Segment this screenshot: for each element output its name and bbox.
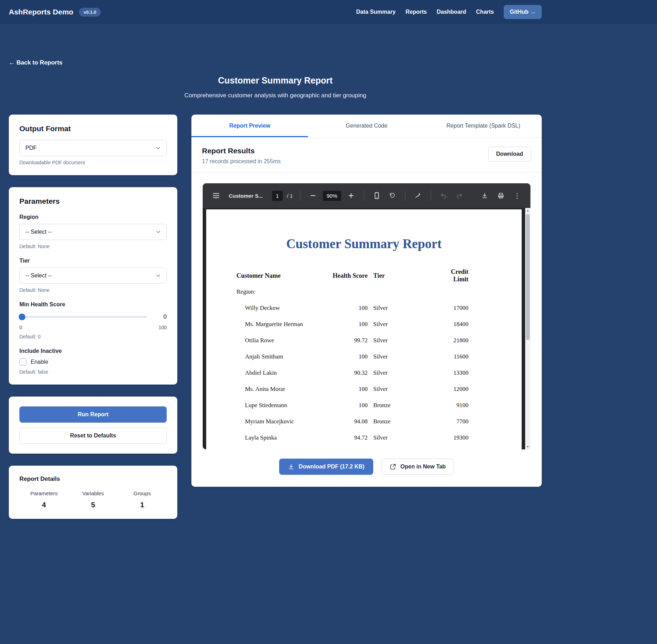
output-format-heading: Output Format: [19, 124, 167, 133]
app-title: AshReports Demo: [9, 8, 73, 16]
slider-min-label: 0: [19, 325, 22, 330]
toolbar-divider: [405, 191, 405, 200]
more-options-icon[interactable]: ⋮: [511, 190, 523, 201]
pdf-table-row: Abdiel Lakin 90.32 Silver 13300: [237, 365, 522, 381]
pdf-viewer: Customer S... 1 / 1 90%: [203, 183, 530, 449]
slider-thumb[interactable]: [19, 314, 25, 320]
annotate-pen-icon[interactable]: [412, 190, 424, 201]
parameters-sidebar: Output Format PDF Downloadable PDF docum…: [9, 115, 177, 519]
fit-to-page-icon[interactable]: [371, 190, 382, 201]
chevron-down-icon: [155, 272, 161, 279]
print-icon[interactable]: [495, 190, 506, 201]
tab-report-preview[interactable]: Report Preview: [191, 115, 308, 137]
parameters-card: Parameters Region -- Select -- Default: …: [9, 187, 177, 385]
scrollbar-thumb[interactable]: [526, 214, 530, 340]
stat-groups: Groups 1: [118, 490, 167, 509]
region-helper: Default: None: [19, 244, 167, 249]
stat-variables: Variables 5: [68, 490, 117, 509]
report-details-card: Report Details Parameters 4 Variables 5 …: [9, 466, 177, 519]
zoom-in-icon[interactable]: [345, 190, 357, 201]
nav-reports[interactable]: Reports: [406, 9, 427, 15]
min-health-score-slider[interactable]: [19, 316, 147, 318]
pdf-table-header: Customer Name Health Score Tier Credit L…: [237, 268, 522, 284]
scroll-up-icon[interactable]: ▲: [527, 209, 529, 212]
tab-report-template[interactable]: Report Template (Spark DSL): [425, 115, 542, 137]
github-button[interactable]: GitHub →: [504, 5, 542, 19]
pdf-table-row: Ms. Anita Morar 100 Silver 12000: [237, 381, 522, 397]
nav-dashboard[interactable]: Dashboard: [437, 9, 466, 15]
region-field: Region -- Select -- Default: None: [19, 214, 167, 249]
tab-generated-code[interactable]: Generated Code: [308, 115, 425, 137]
run-report-button[interactable]: Run Report: [19, 406, 167, 423]
output-format-helper: Downloadable PDF document: [19, 160, 167, 165]
pdf-table-row: Willy Deckow 100 Silver 17000: [237, 300, 522, 316]
stat-parameters: Parameters 4: [19, 490, 68, 509]
pdf-table-row: Otilia Rowe 99.72 Silver 21800: [237, 332, 522, 349]
report-panel: Report Preview Generated Code Report Tem…: [191, 115, 542, 487]
pdf-table-row: Layla Spinka 94.72 Silver 19300: [237, 430, 522, 446]
include-inactive-checkbox-row[interactable]: Enable: [19, 358, 167, 366]
pdf-table-row: Lupe Stiedemann 100 Bronze 9100: [237, 397, 522, 413]
navbar: AshReports Demo v0.1.0 Data Summary Repo…: [0, 0, 657, 24]
pdf-document-title: Customer S...: [229, 193, 263, 199]
actions-card: Run Report Reset to Defaults: [9, 397, 177, 454]
undo-icon[interactable]: [438, 190, 449, 201]
pdf-table-row: Anjali Smitham 100 Silver 11600: [237, 349, 522, 365]
pdf-report-title: Customer Summary Report: [206, 236, 522, 251]
pdf-toolbar: Customer S... 1 / 1 90%: [203, 183, 530, 208]
pdf-table-row: Ms. Marguerite Herman 100 Silver 18400: [237, 316, 522, 332]
pdf-table-row: Myriam Macejkovic 94.08 Bronze 7700: [237, 413, 522, 430]
scroll-down-icon[interactable]: ▼: [527, 445, 529, 448]
page-title: Customer Summary Report: [9, 75, 542, 86]
tier-helper: Default: None: [19, 287, 167, 293]
enable-checkbox[interactable]: [19, 358, 26, 366]
include-inactive-label: Include Inactive: [19, 348, 167, 354]
download-icon: [288, 464, 294, 470]
zoom-level[interactable]: 90%: [323, 191, 341, 201]
min-health-score-field: Min Health Score 0 0 100 Default: 0: [19, 301, 167, 339]
pdf-scrollbar[interactable]: ▲ ▼: [525, 208, 530, 449]
pdf-group-row: Region:: [237, 284, 522, 300]
slider-max-label: 100: [159, 325, 167, 330]
reset-defaults-button[interactable]: Reset to Defaults: [19, 428, 167, 444]
toolbar-divider: [364, 191, 364, 200]
redo-icon[interactable]: [454, 190, 465, 201]
include-inactive-helper: Default: false: [19, 369, 167, 375]
enable-checkbox-label: Enable: [31, 359, 48, 365]
tier-label: Tier: [19, 258, 167, 264]
zoom-out-icon[interactable]: [307, 190, 319, 201]
tier-field: Tier -- Select -- Default: None: [19, 258, 167, 293]
open-in-new-tab-button[interactable]: Open in New Tab: [382, 459, 454, 475]
include-inactive-field: Include Inactive Enable Default: false: [19, 348, 167, 375]
download-icon[interactable]: [479, 190, 490, 201]
parameters-heading: Parameters: [19, 197, 167, 206]
page-number-input[interactable]: 1: [272, 191, 283, 201]
tier-select[interactable]: -- Select --: [19, 268, 167, 284]
region-value: -- Select --: [25, 229, 52, 235]
output-format-select[interactable]: PDF: [19, 140, 167, 156]
tier-value: -- Select --: [25, 272, 52, 279]
report-results-heading: Report Results: [202, 147, 281, 155]
output-format-value: PDF: [25, 145, 37, 151]
chevron-down-icon: [155, 229, 161, 235]
pdf-page: Customer Summary Report Customer Name He…: [206, 209, 522, 449]
rotate-icon[interactable]: [387, 190, 398, 201]
region-label: Region: [19, 214, 167, 220]
report-results-subtitle: 17 records processed in 255ms: [202, 158, 281, 165]
version-badge: v0.1.0: [79, 8, 101, 17]
min-health-score-helper: Default: 0: [19, 334, 167, 339]
report-details-heading: Report Details: [19, 476, 167, 483]
download-pdf-button[interactable]: Download PDF (17.2 KB): [279, 459, 373, 475]
tab-bar: Report Preview Generated Code Report Tem…: [191, 115, 542, 137]
pdf-table: Customer Name Health Score Tier Credit L…: [206, 268, 522, 446]
nav-charts[interactable]: Charts: [476, 9, 494, 15]
min-health-score-label: Min Health Score: [19, 301, 167, 308]
back-to-reports-link[interactable]: ← Back to Reports: [9, 59, 62, 66]
download-button[interactable]: Download: [488, 147, 531, 161]
chevron-down-icon: [155, 145, 161, 151]
nav-data-summary[interactable]: Data Summary: [356, 9, 395, 15]
output-format-card: Output Format PDF Downloadable PDF docum…: [9, 115, 177, 175]
region-select[interactable]: -- Select --: [19, 224, 167, 240]
menu-icon[interactable]: [210, 190, 222, 201]
toolbar-divider: [300, 191, 300, 200]
